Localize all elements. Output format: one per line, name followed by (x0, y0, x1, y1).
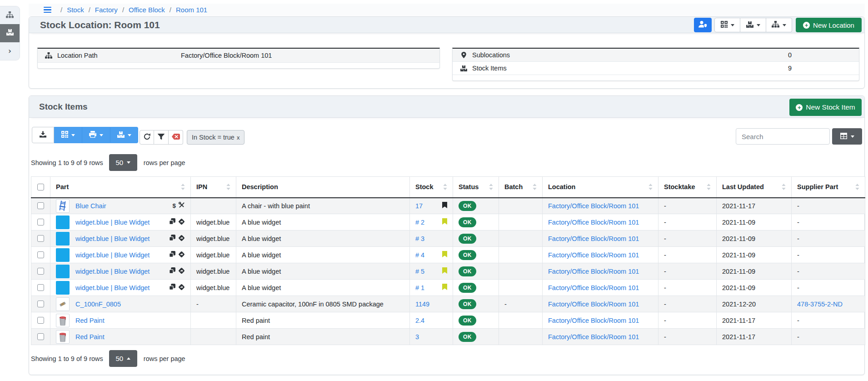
status-badge: OK (459, 201, 476, 211)
column-header-status[interactable]: Status (453, 177, 499, 198)
panel-title: Stock Items (39, 96, 88, 117)
boxes-icon (117, 131, 125, 139)
download-button[interactable] (32, 127, 54, 143)
caret-down-icon (128, 134, 131, 136)
breadcrumb-office-block[interactable]: Office Block (129, 6, 165, 14)
filter-icon (158, 134, 165, 141)
columns-dropdown[interactable] (832, 128, 862, 145)
part-link[interactable]: widget.blue | Blue Widget (75, 219, 150, 226)
column-header-location[interactable]: Location (543, 177, 658, 198)
page-size-dropdown[interactable]: 50 (109, 154, 137, 171)
sitemap-icon (42, 52, 55, 59)
stock-link[interactable]: 2.4 (415, 317, 424, 324)
refresh-icon (144, 133, 150, 141)
page-size-dropdown[interactable]: 50 (109, 350, 137, 367)
stock-link[interactable]: # 5 (415, 268, 424, 275)
location-link[interactable]: Factory/Office Block/Room 101 (548, 251, 639, 259)
part-link[interactable]: Red Paint (75, 317, 105, 324)
location-link[interactable]: Factory/Office Block/Room 101 (548, 202, 639, 210)
search-input[interactable] (736, 128, 830, 145)
stock-items-table: PartIPNDescriptionStockStatusBatchLocati… (31, 176, 865, 345)
location-link[interactable]: Factory/Office Block/Room 101 (548, 317, 639, 324)
part-link[interactable]: C_100nF_0805 (75, 301, 121, 308)
column-header-last-updated[interactable]: Last Updated (717, 177, 792, 198)
row-checkbox[interactable] (37, 202, 44, 209)
barcode-actions-dropdown[interactable] (714, 18, 740, 32)
stock-link[interactable]: # 2 (415, 219, 424, 226)
location-link[interactable]: Factory/Office Block/Room 101 (548, 333, 639, 341)
row-checkbox[interactable] (37, 219, 44, 226)
row-checkbox[interactable] (37, 301, 44, 307)
status-badge: OK (459, 332, 476, 342)
part-thumbnail-paint (56, 330, 70, 344)
column-header-stocktake[interactable]: Stocktake (658, 177, 717, 198)
print-actions-dropdown[interactable] (82, 127, 110, 143)
sidebar-expand-button[interactable]: › (0, 42, 20, 60)
part-link[interactable]: Red Paint (75, 333, 105, 341)
serialized-icon (178, 284, 185, 292)
bookmark-icon (442, 202, 447, 210)
refresh-button[interactable] (140, 130, 154, 145)
menu-icon[interactable] (44, 7, 51, 13)
location-actions-dropdown[interactable] (766, 18, 792, 32)
part-link[interactable]: widget.blue | Blue Widget (75, 251, 150, 259)
filter-chip-in-stock[interactable]: In Stock = true x (187, 130, 244, 145)
stock-link[interactable]: # 1 (415, 284, 424, 291)
sidebar-item-stock[interactable] (0, 24, 20, 42)
row-checkbox[interactable] (37, 317, 44, 324)
column-header-part[interactable]: Part (50, 177, 191, 198)
stock-link[interactable]: 3 (415, 333, 419, 341)
part-link[interactable]: Blue Chair (75, 202, 106, 210)
stock-options-dropdown[interactable] (110, 127, 138, 143)
plus-circle-icon: + (803, 22, 810, 29)
stock-item-row: widget.blue | Blue Widgetwidget.blueA bl… (31, 263, 865, 280)
column-header-description[interactable]: Description (236, 177, 410, 198)
location-link[interactable]: Factory/Office Block/Room 101 (548, 219, 639, 226)
clone-icon (169, 218, 175, 226)
stock-link[interactable]: 1149 (415, 301, 429, 308)
admin-button[interactable] (694, 18, 712, 32)
filter-button[interactable] (154, 130, 169, 145)
serialized-icon (178, 251, 185, 259)
pagination-showing: Showing 1 to 9 of 9 rows (31, 159, 103, 166)
column-header-ipn[interactable]: IPN (191, 177, 236, 198)
location-link[interactable]: Factory/Office Block/Room 101 (548, 301, 639, 308)
download-icon (40, 131, 46, 139)
part-link[interactable]: widget.blue | Blue Widget (75, 284, 150, 291)
stock-link[interactable]: # 3 (415, 235, 424, 242)
table-icon (840, 133, 847, 140)
column-header-stock[interactable]: Stock (410, 177, 453, 198)
breadcrumb-factory[interactable]: Factory (95, 6, 118, 14)
sidebar-item-location-tree[interactable] (0, 6, 20, 24)
stock-actions-dropdown[interactable] (740, 18, 766, 32)
row-checkbox[interactable] (37, 235, 44, 242)
row-checkbox[interactable] (37, 251, 44, 258)
empty-row (38, 63, 439, 68)
location-link[interactable]: Factory/Office Block/Room 101 (548, 268, 639, 275)
location-link[interactable]: Factory/Office Block/Room 101 (548, 235, 639, 242)
caret-down-icon (71, 134, 75, 136)
clear-filters-button[interactable] (169, 130, 183, 145)
column-header-batch[interactable]: Batch (499, 177, 543, 198)
location-link[interactable]: Factory/Office Block/Room 101 (548, 284, 639, 291)
supplier-part-link[interactable]: 478-3755-2-ND (797, 301, 843, 308)
stock-link[interactable]: 17 (415, 202, 423, 210)
part-link[interactable]: widget.blue | Blue Widget (75, 235, 150, 242)
barcode-actions-dropdown[interactable] (54, 127, 82, 143)
row-checkbox[interactable] (37, 268, 44, 275)
tools-icon (179, 202, 185, 210)
new-location-button[interactable]: + New Location (796, 18, 862, 32)
stock-link[interactable]: # 4 (415, 251, 424, 259)
part-link[interactable]: widget.blue | Blue Widget (75, 268, 150, 275)
row-checkbox[interactable] (37, 284, 44, 291)
column-header-supplier-part[interactable]: Supplier Part (792, 177, 865, 198)
select-all-checkbox[interactable] (37, 184, 44, 190)
breadcrumb-room-101[interactable]: Room 101 (176, 6, 207, 14)
new-stock-item-button[interactable]: + New Stock Item (789, 99, 862, 116)
row-checkbox[interactable] (37, 333, 44, 340)
breadcrumb-stock[interactable]: Stock (67, 6, 84, 14)
filter-chip-remove[interactable]: x (237, 134, 240, 141)
plus-circle-icon: + (796, 104, 803, 111)
new-location-label: New Location (813, 21, 854, 29)
part-thumbnail-blue-widget (56, 232, 70, 246)
